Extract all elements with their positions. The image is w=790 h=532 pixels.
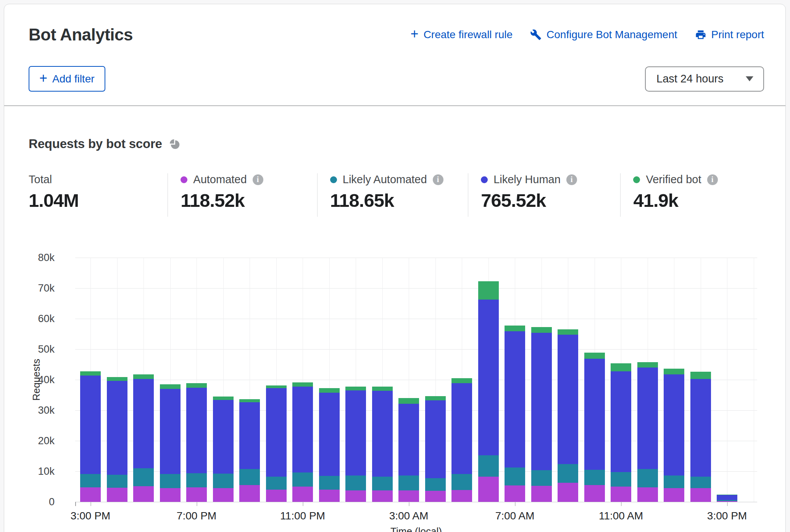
chart-bar-segment[interactable] bbox=[213, 397, 234, 400]
print-report-link[interactable]: Print report bbox=[695, 29, 764, 41]
chart-bar-segment[interactable] bbox=[717, 495, 737, 500]
chart-bar-segment[interactable] bbox=[584, 359, 605, 470]
chart-bar-segment[interactable] bbox=[372, 490, 393, 502]
chart-bar-segment[interactable] bbox=[664, 374, 684, 476]
chart-bar-segment[interactable] bbox=[717, 500, 737, 501]
info-icon[interactable]: i bbox=[707, 174, 718, 185]
chart-bar-segment[interactable] bbox=[611, 363, 631, 372]
chart-bar-segment[interactable] bbox=[637, 487, 658, 502]
chart-bar-segment[interactable] bbox=[319, 388, 340, 393]
chart-bar-segment[interactable] bbox=[558, 464, 578, 483]
chart-bar-segment[interactable] bbox=[611, 472, 631, 487]
chart-bar-segment[interactable] bbox=[213, 400, 234, 474]
chart-bar-segment[interactable] bbox=[160, 474, 181, 488]
chart-bar-segment[interactable] bbox=[398, 404, 419, 476]
time-range-select[interactable]: Last 24 hours bbox=[645, 66, 764, 92]
chart-bar-segment[interactable] bbox=[80, 376, 101, 474]
chart-bar-segment[interactable] bbox=[637, 469, 658, 487]
chart-bar-segment[interactable] bbox=[345, 387, 366, 390]
chart-bar-segment[interactable] bbox=[478, 477, 499, 502]
chart-bar-segment[interactable] bbox=[266, 388, 287, 477]
chart-bar-segment[interactable] bbox=[451, 378, 472, 383]
chart-bar-segment[interactable] bbox=[133, 486, 154, 502]
chart-bar-segment[interactable] bbox=[478, 455, 499, 477]
chart-bar-segment[interactable] bbox=[160, 488, 181, 502]
chart-bar-segment[interactable] bbox=[80, 474, 101, 487]
chart-bar-segment[interactable] bbox=[611, 487, 631, 502]
create-firewall-rule-link[interactable]: + Create firewall rule bbox=[411, 29, 513, 41]
chart-bar-segment[interactable] bbox=[398, 490, 419, 502]
info-icon[interactable]: i bbox=[433, 174, 443, 185]
chart-bar-segment[interactable] bbox=[505, 326, 525, 331]
chart-bar-segment[interactable] bbox=[664, 476, 684, 488]
chart-bar-segment[interactable] bbox=[186, 383, 207, 388]
info-icon[interactable]: i bbox=[253, 174, 263, 185]
configure-bot-management-link[interactable]: Configure Bot Management bbox=[530, 29, 677, 41]
chart-bar-segment[interactable] bbox=[372, 477, 393, 490]
chart-bar-segment[interactable] bbox=[584, 470, 605, 485]
chart-bar-segment[interactable] bbox=[345, 490, 366, 502]
chart-bar-segment[interactable] bbox=[239, 399, 260, 402]
chart-bar-segment[interactable] bbox=[266, 385, 287, 388]
chart-bar-segment[interactable] bbox=[186, 473, 207, 488]
chart-bar-segment[interactable] bbox=[133, 468, 154, 486]
stat-likely-automated[interactable]: Likely Automated i 118.65k bbox=[317, 173, 468, 217]
chart-bar-segment[interactable] bbox=[107, 475, 127, 488]
info-icon[interactable]: i bbox=[566, 174, 577, 185]
chart-bar-segment[interactable] bbox=[584, 485, 605, 502]
chart-bar-segment[interactable] bbox=[425, 478, 446, 491]
chart-bar-segment[interactable] bbox=[664, 488, 684, 502]
chart-bar-segment[interactable] bbox=[186, 487, 207, 502]
chart-bar-segment[interactable] bbox=[690, 488, 711, 502]
chart-bar-segment[interactable] bbox=[398, 398, 419, 404]
chart-bar-segment[interactable] bbox=[372, 391, 393, 477]
chart-bar-segment[interactable] bbox=[133, 374, 154, 379]
chart-bar-segment[interactable] bbox=[107, 488, 127, 502]
chart-bar-segment[interactable] bbox=[292, 487, 313, 502]
chart-bar-segment[interactable] bbox=[239, 485, 260, 502]
chart-bar-segment[interactable] bbox=[531, 486, 552, 502]
chart-bar-segment[interactable] bbox=[425, 396, 446, 400]
chart-bar-segment[interactable] bbox=[80, 487, 101, 502]
chart-bar-segment[interactable] bbox=[558, 335, 578, 464]
chart-bar-segment[interactable] bbox=[478, 281, 499, 300]
chart-bar-segment[interactable] bbox=[319, 476, 340, 490]
chart-bar-segment[interactable] bbox=[107, 377, 127, 381]
chart-bar-segment[interactable] bbox=[292, 387, 313, 472]
chart-bar-segment[interactable] bbox=[505, 468, 525, 485]
chart-bar-segment[interactable] bbox=[690, 372, 711, 379]
chart-bar-segment[interactable] bbox=[319, 393, 340, 476]
chart-bar-segment[interactable] bbox=[213, 488, 234, 502]
chart-bar-segment[interactable] bbox=[239, 469, 260, 485]
chart-bar-segment[interactable] bbox=[292, 382, 313, 387]
chart-bar-segment[interactable] bbox=[292, 472, 313, 487]
chart-bar-segment[interactable] bbox=[690, 379, 711, 477]
chart-bar-segment[interactable] bbox=[717, 495, 737, 495]
chart-bar-segment[interactable] bbox=[266, 490, 287, 502]
chart-bar-segment[interactable] bbox=[690, 477, 711, 488]
chart-bar-segment[interactable] bbox=[505, 485, 525, 502]
chart-bar-segment[interactable] bbox=[345, 390, 366, 476]
chart-bar-segment[interactable] bbox=[637, 368, 658, 469]
chart-bar-segment[interactable] bbox=[133, 379, 154, 468]
chart-bar-segment[interactable] bbox=[451, 383, 472, 474]
chart-bar-segment[interactable] bbox=[558, 483, 578, 502]
chart-bar-segment[interactable] bbox=[531, 333, 552, 470]
chart-bar-segment[interactable] bbox=[584, 353, 605, 359]
chart-bar-segment[interactable] bbox=[558, 329, 578, 335]
chart-bar-segment[interactable] bbox=[107, 381, 127, 475]
chart-bar-segment[interactable] bbox=[319, 490, 340, 502]
chart-bar-segment[interactable] bbox=[451, 474, 472, 490]
chart-bar-segment[interactable] bbox=[345, 476, 366, 490]
chart-bar-segment[interactable] bbox=[451, 490, 472, 502]
chart-bar-segment[interactable] bbox=[213, 474, 234, 488]
chart-bar-segment[interactable] bbox=[664, 369, 684, 374]
chart-bar-segment[interactable] bbox=[505, 331, 525, 468]
stat-automated[interactable]: Automated i 118.52k bbox=[168, 173, 317, 217]
chart-bar-segment[interactable] bbox=[611, 371, 631, 472]
chart-bar-segment[interactable] bbox=[425, 491, 446, 502]
chart-bar-segment[interactable] bbox=[531, 327, 552, 333]
add-filter-button[interactable]: + Add filter bbox=[29, 66, 105, 92]
chart-bar-segment[interactable] bbox=[372, 387, 393, 391]
chart-bar-segment[interactable] bbox=[266, 477, 287, 490]
